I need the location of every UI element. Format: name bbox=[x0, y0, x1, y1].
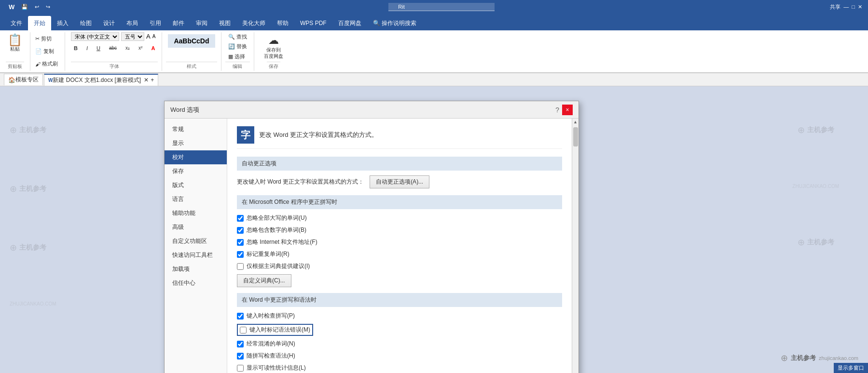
nav-proofing[interactable]: 校对 bbox=[165, 150, 227, 164]
paste-icon: 📋 bbox=[8, 34, 22, 46]
tab-design[interactable]: 设计 bbox=[97, 16, 121, 30]
maximize-btn[interactable]: □ bbox=[852, 4, 855, 10]
replace-icon: 🔄 bbox=[228, 43, 235, 50]
nav-quick-access[interactable]: 快速访问工具栏 bbox=[165, 248, 227, 262]
tab-home[interactable]: 开始 bbox=[28, 16, 51, 30]
tab-draw[interactable]: 绘图 bbox=[74, 16, 97, 30]
doc-tab-template[interactable]: 🏠 模板专区 bbox=[4, 74, 43, 85]
tab-view[interactable]: 视图 bbox=[213, 16, 236, 30]
doc-tab-main[interactable]: W 新建 DOCX 文档1.docx [兼容模式] ✕ + bbox=[44, 74, 158, 86]
nav-language[interactable]: 语言 bbox=[165, 192, 227, 206]
superscript-btn[interactable]: x² bbox=[136, 42, 145, 54]
font-group-label: 字体 bbox=[71, 62, 158, 71]
font-size-select[interactable]: 五号 bbox=[121, 32, 144, 41]
format-painter-icon: 🖌 bbox=[35, 61, 41, 67]
nav-customize-ribbon[interactable]: 自定义功能区 bbox=[165, 234, 227, 248]
tab-insert[interactable]: 插入 bbox=[51, 16, 74, 30]
spelling-option-4: 仅根据主词典提供建议(I) bbox=[237, 262, 562, 270]
nav-display[interactable]: 显示 bbox=[165, 136, 227, 150]
find-button[interactable]: 🔍 查找 bbox=[225, 32, 250, 42]
title-search-input[interactable] bbox=[388, 3, 495, 11]
font-color-btn[interactable]: A bbox=[148, 42, 158, 54]
focused-checkbox-row: 键入时标记语法错误(M) bbox=[237, 324, 313, 336]
nav-accessibility[interactable]: 辅助功能 bbox=[165, 206, 227, 220]
checkbox-ignore-internet[interactable] bbox=[237, 239, 244, 246]
italic-button[interactable]: I bbox=[83, 42, 91, 54]
checkbox-grammar-errors[interactable] bbox=[240, 327, 247, 333]
checkbox-ignore-uppercase[interactable] bbox=[237, 215, 244, 222]
word-option-3: 随拼写检查语法(H) bbox=[237, 352, 562, 360]
select-button[interactable]: ▦ 选择 bbox=[225, 52, 250, 61]
checkbox-readability[interactable] bbox=[237, 365, 244, 372]
clipboard-label: 剪贴板 bbox=[6, 62, 24, 71]
nav-advanced[interactable]: 高级 bbox=[165, 220, 227, 234]
nav-trust-center[interactable]: 信任中心 bbox=[165, 276, 227, 290]
paste-button[interactable]: 📋 粘贴 bbox=[4, 32, 26, 54]
tab-file[interactable]: 文件 bbox=[5, 16, 28, 30]
dialog-title: Word 选项 bbox=[170, 106, 199, 114]
spelling-option-2: 忽略 Internet 和文件地址(F) bbox=[237, 238, 562, 246]
tab-search[interactable]: 🔍 操作说明搜索 bbox=[367, 16, 422, 30]
copy-button[interactable]: 📄 复制 bbox=[32, 46, 61, 57]
format-painter-button[interactable]: 🖌 格式刷 bbox=[32, 58, 61, 70]
checkbox-grammar-with-spelling[interactable] bbox=[237, 353, 244, 360]
tab-wpspdf[interactable]: WPS PDF bbox=[294, 16, 332, 30]
content-area: ⊕主机参考 ⊕主机参考 ⊕主机参考 ZHUJICANKAO.COM ⊕主机参考 … bbox=[0, 86, 868, 373]
scroll-up-btn[interactable]: ▲ bbox=[572, 119, 579, 125]
select-icon: ▦ bbox=[228, 53, 233, 60]
dialog-scrollbar[interactable]: ▲ ▼ bbox=[572, 119, 579, 373]
checkbox-check-spelling[interactable] bbox=[237, 313, 244, 320]
dialog-close-btn[interactable]: × bbox=[562, 105, 573, 115]
section-word-header: 在 Word 中更正拼写和语法时 bbox=[237, 293, 562, 307]
word-option-2: 经常混淆的单词(N) bbox=[237, 340, 562, 348]
checkbox-confused-words[interactable] bbox=[237, 341, 244, 347]
word-options-dialog: Word 选项 ? × 常规 显示 校对 保存 版式 语言 bbox=[164, 101, 579, 373]
close-btn[interactable]: ✕ bbox=[858, 4, 862, 10]
checkbox-ignore-numbers[interactable] bbox=[237, 227, 244, 234]
nav-general[interactable]: 常规 bbox=[165, 122, 227, 136]
nav-layout[interactable]: 版式 bbox=[165, 178, 227, 192]
checkbox-flag-repeated[interactable] bbox=[237, 251, 244, 258]
tab-review[interactable]: 审阅 bbox=[190, 16, 213, 30]
minimize-btn[interactable]: — bbox=[843, 4, 849, 10]
dialog-help-btn[interactable]: ? bbox=[555, 106, 559, 114]
underline-button[interactable]: U bbox=[94, 42, 103, 54]
custom-dict-btn[interactable]: 自定义词典(C)... bbox=[237, 274, 291, 287]
cut-button[interactable]: ✂ 剪切 bbox=[32, 33, 61, 45]
quick-save-btn[interactable]: 💾 bbox=[18, 3, 31, 11]
copy-icon: 📄 bbox=[35, 48, 42, 54]
doc-tab-add[interactable]: + bbox=[151, 77, 154, 83]
nav-save[interactable]: 保存 bbox=[165, 164, 227, 178]
autocorrect-options-btn[interactable]: 自动更正选项(A)... bbox=[370, 175, 429, 188]
strikethrough-btn[interactable]: abc bbox=[106, 42, 120, 54]
replace-button[interactable]: 🔄 替换 bbox=[225, 42, 250, 52]
nav-addins[interactable]: 加载项 bbox=[165, 262, 227, 276]
save-baidu-button[interactable]: ☁ 保存到百度网盘 bbox=[260, 32, 287, 61]
font-shrink-btn[interactable]: A bbox=[152, 34, 156, 39]
tab-layout[interactable]: 布局 bbox=[121, 16, 144, 30]
subscript-btn[interactable]: x₂ bbox=[123, 42, 133, 54]
tab-baidu[interactable]: 百度网盘 bbox=[332, 16, 367, 30]
style-preview[interactable]: AaBbCcDd bbox=[168, 34, 215, 48]
bold-button[interactable]: B bbox=[71, 42, 81, 54]
word-option-0: 键入时检查拼写(P) bbox=[237, 312, 562, 320]
dialog-body: 常规 显示 校对 保存 版式 语言 辅助功能 高级 自定义功能区 快速访问工具栏… bbox=[165, 119, 579, 373]
tab-ref[interactable]: 引用 bbox=[144, 16, 167, 30]
font-grow-btn[interactable]: A bbox=[146, 33, 151, 40]
quick-undo-btn[interactable]: ↩ bbox=[32, 3, 42, 11]
tab-mail[interactable]: 邮件 bbox=[167, 16, 190, 30]
word-option-1: 键入时标记语法错误(M) bbox=[237, 324, 562, 336]
search-icon: 🔍 bbox=[373, 20, 380, 27]
tab-help[interactable]: 帮助 bbox=[271, 16, 294, 30]
baidu-cloud-icon: ☁ bbox=[268, 34, 279, 47]
share-button[interactable]: 共享 bbox=[830, 3, 840, 11]
ribbon-tabs: 文件 开始 插入 绘图 设计 布局 引用 邮件 审阅 视图 美化大师 帮助 WP… bbox=[0, 13, 868, 30]
scroll-thumb[interactable] bbox=[573, 127, 578, 147]
quick-redo-btn[interactable]: ↪ bbox=[43, 3, 53, 11]
title-bar-right: 共享 — □ ✕ bbox=[830, 3, 862, 11]
spelling-option-3: 标记重复单词(R) bbox=[237, 250, 562, 258]
font-name-select[interactable]: 宋体 (中文正文) bbox=[71, 32, 119, 41]
tab-beauty[interactable]: 美化大师 bbox=[236, 16, 271, 30]
doc-tab-close[interactable]: ✕ bbox=[144, 77, 149, 83]
checkbox-main-dict[interactable] bbox=[237, 263, 244, 270]
